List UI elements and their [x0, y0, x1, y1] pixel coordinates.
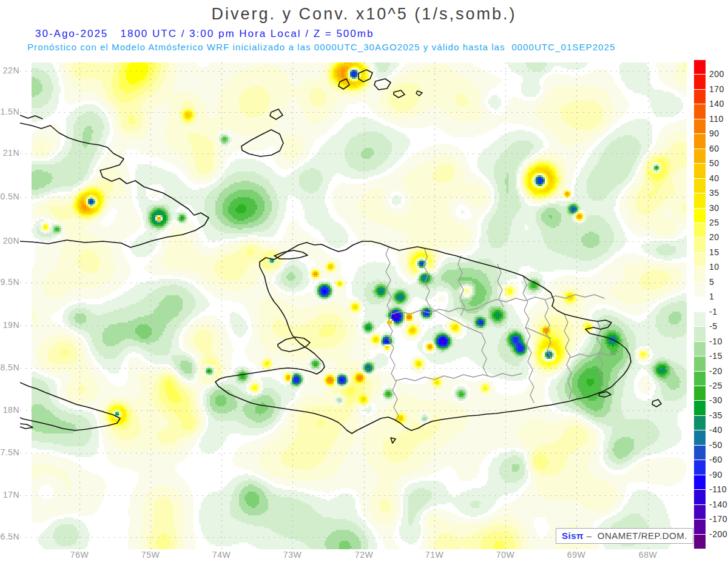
colorbar-segment — [694, 90, 706, 104]
lat-label: 21N — [0, 148, 19, 158]
colorbar-label: 5 — [709, 277, 714, 287]
colorbar-label: -90 — [709, 470, 723, 480]
colorbar-segment — [694, 372, 706, 386]
colorbar-label: -25 — [709, 381, 723, 390]
colorbar-label: 110 — [709, 114, 724, 124]
colorbar-label: -140 — [709, 500, 727, 509]
lon-label: 68W — [635, 550, 661, 560]
lat-label: 6.5N — [0, 532, 19, 541]
colorbar-label: -200 — [709, 529, 727, 539]
colorbar-segment — [694, 520, 706, 534]
colorbar-segment — [694, 505, 706, 519]
lon-label: 70W — [492, 550, 519, 560]
colorbar-segment — [694, 312, 706, 326]
lon-label: 74W — [208, 550, 235, 560]
colorbar-label: 140 — [709, 99, 724, 109]
colorbar-label: -170 — [709, 514, 727, 524]
colorbar-label: 50 — [709, 158, 720, 168]
colorbar-segment — [694, 75, 706, 89]
colorbar-segment — [694, 60, 706, 74]
lat-label: 8.5N — [0, 363, 19, 372]
weather-map-page: Diverg. y Conv. x10^5 (1/s,somb.) 30-Ago… — [0, 0, 728, 562]
watermark-brand: Sisπ — [562, 530, 584, 541]
colorbar-label: -50 — [709, 440, 723, 450]
lon-label: 73W — [279, 550, 306, 560]
lon-label: 71W — [421, 550, 448, 560]
colorbar-segment — [694, 134, 706, 148]
colorbar-label: 200 — [709, 69, 724, 79]
colorbar-segment — [694, 342, 706, 356]
colorbar-segment — [694, 386, 706, 400]
lon-label: 75W — [137, 550, 164, 560]
colorbar-label: -60 — [709, 455, 723, 464]
colorbar-label: -35 — [709, 410, 723, 420]
colorbar-segment — [694, 475, 706, 489]
colorbar-label: 15 — [709, 247, 720, 257]
watermark-box: Sisπ – ONAMET/REP.DOM. — [556, 528, 693, 544]
lat-label: 1.5N — [0, 107, 19, 116]
colorbar-segment — [694, 416, 706, 430]
colorbar-label: 1 — [709, 292, 714, 301]
colorbar-segment — [694, 164, 706, 178]
colorbar-segment — [694, 179, 706, 193]
colorbar-segment — [694, 430, 706, 444]
colorbar-segment — [694, 238, 706, 252]
lat-label: 18N — [0, 405, 19, 415]
lat-label: 9.5N — [0, 277, 19, 287]
lat-label: 0.5N — [0, 192, 19, 201]
lat-label: 17N — [0, 490, 19, 500]
colorbar-segment — [694, 401, 706, 415]
colorbar-segment — [694, 253, 706, 267]
colorbar-label: 60 — [709, 144, 720, 153]
colorbar-segment — [694, 297, 706, 311]
lon-label: 76W — [66, 550, 93, 560]
lat-label: 19N — [0, 320, 19, 330]
chart-subtitle-datetime: 30-Ago-2025 1800 UTC / 3:00 pm Hora Loca… — [35, 28, 374, 40]
colorbar-label: 90 — [709, 129, 720, 138]
colorbar-segment — [694, 267, 706, 281]
colorbar-segment — [694, 356, 706, 370]
colorbar-segment — [694, 283, 706, 296]
colorbar-label: -15 — [709, 351, 723, 361]
colorbar-label: -30 — [709, 395, 723, 405]
colorbar-label: 170 — [709, 84, 724, 94]
watermark-org: – ONAMET/REP.DOM. — [584, 530, 687, 541]
colorbar-segment — [694, 535, 706, 549]
colorbar-label: 30 — [709, 203, 720, 213]
chart-subtitle-model: Pronóstico con el Modelo Atmósferico WRF… — [27, 42, 615, 52]
colorbar-label: -40 — [709, 425, 723, 435]
colorbar-segment — [694, 104, 706, 118]
lon-label: 72W — [351, 550, 377, 560]
divergence-field-canvas — [20, 61, 687, 549]
colorbar-segment — [694, 490, 706, 504]
colorbar-segment — [694, 446, 706, 460]
colorbar-label: 25 — [709, 218, 720, 227]
colorbar-segment — [694, 149, 706, 163]
lat-label: 22N — [0, 65, 19, 75]
lat-label: 20N — [0, 236, 19, 246]
chart-title: Diverg. y Conv. x10^5 (1/s,somb.) — [0, 5, 728, 24]
colorbar-segment — [694, 193, 706, 207]
colorbar-label: -10 — [709, 336, 723, 346]
colorbar-label: -110 — [709, 484, 727, 494]
colorbar-label: -20 — [709, 366, 723, 376]
lon-label: 69W — [563, 550, 590, 560]
colorbar-segment — [694, 119, 706, 133]
colorbar-label: 40 — [709, 173, 720, 183]
colorbar — [694, 60, 706, 549]
colorbar-label: 20 — [709, 232, 720, 242]
colorbar-segment — [694, 460, 706, 474]
colorbar-label: 35 — [709, 188, 720, 198]
colorbar-segment — [694, 209, 706, 222]
colorbar-segment — [694, 327, 706, 341]
colorbar-label: -1 — [709, 307, 717, 316]
colorbar-label: 10 — [709, 262, 720, 272]
colorbar-label: -5 — [709, 321, 717, 331]
lat-label: 7.5N — [0, 447, 19, 457]
colorbar-segment — [694, 223, 706, 237]
